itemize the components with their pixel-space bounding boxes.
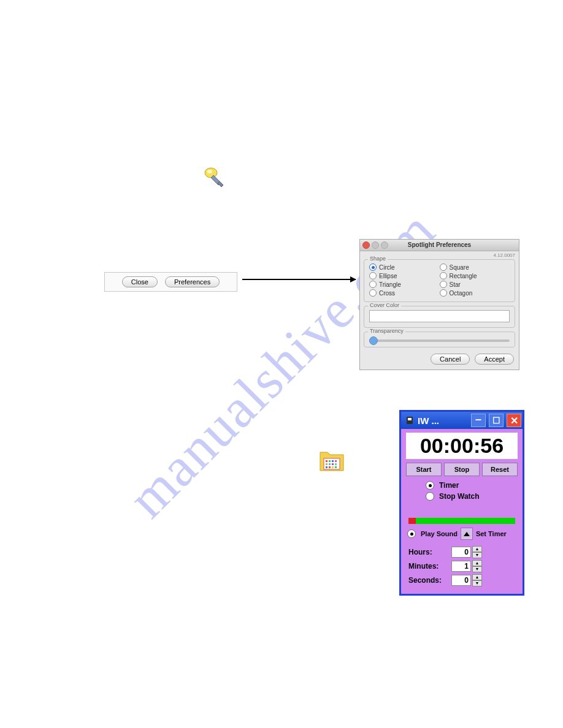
slider-thumb[interactable] (369, 336, 378, 345)
set-timer-expand-button[interactable] (461, 528, 473, 540)
start-button[interactable]: Start (406, 463, 442, 476)
app-icon (405, 415, 415, 425)
svg-rect-9 (332, 463, 334, 465)
shape-label: Octagon (450, 290, 473, 297)
folder-grid-icon (319, 449, 345, 473)
close-icon[interactable] (362, 241, 370, 249)
hours-up[interactable]: ▲ (472, 546, 482, 552)
close-button[interactable] (507, 414, 521, 427)
svg-rect-6 (335, 460, 337, 462)
shape-fieldset: Shape Circle Ellipse Triangle Cross Squa… (364, 259, 515, 302)
hours-down[interactable]: ▼ (472, 552, 482, 558)
svg-rect-7 (326, 463, 327, 465)
svg-rect-8 (329, 463, 331, 465)
minutes-value[interactable]: 1 (451, 561, 471, 572)
stopwatch-mode-radio[interactable]: Stop Watch (426, 492, 523, 501)
shape-circle-radio[interactable]: Circle (369, 264, 440, 271)
minutes-label: Minutes: (408, 562, 451, 571)
shape-label: Square (450, 264, 469, 271)
time-display: 00:00:56 (406, 433, 518, 459)
seconds-down[interactable]: ▼ (472, 580, 482, 586)
arrow-connector (242, 279, 356, 280)
shape-ellipse-radio[interactable]: Ellipse (369, 272, 440, 279)
timer-mode-radio[interactable]: Timer (426, 481, 523, 490)
svg-rect-3 (326, 460, 327, 462)
window-titlebar[interactable]: Spotlight Preferences (360, 240, 519, 251)
svg-point-1 (207, 170, 212, 173)
preferences-button[interactable]: Preferences (165, 276, 220, 287)
minimize-icon[interactable] (372, 241, 379, 249)
shape-star-radio[interactable]: Star (440, 281, 510, 288)
shape-rectangle-radio[interactable]: Rectangle (440, 272, 510, 279)
progress-marker (408, 518, 416, 524)
shape-octagon-radio[interactable]: Octagon (440, 289, 510, 297)
play-sound-radio[interactable]: Play Sound (407, 529, 458, 538)
reset-button[interactable]: Reset (482, 463, 518, 476)
shape-label: Ellipse (379, 273, 397, 279)
radio-label: Timer (439, 481, 459, 490)
set-timer-label: Set Timer (476, 530, 507, 537)
hours-value[interactable]: 0 (451, 547, 471, 558)
svg-rect-11 (326, 466, 327, 468)
svg-rect-10 (335, 463, 337, 465)
minutes-up[interactable]: ▲ (472, 560, 482, 566)
timer-titlebar[interactable]: IW ... (401, 412, 523, 429)
shape-label: Circle (379, 264, 395, 271)
minimize-button[interactable] (471, 414, 486, 427)
progress-bar (408, 518, 515, 524)
hours-label: Hours: (408, 548, 451, 556)
radio-label: Play Sound (421, 530, 458, 537)
timer-window: IW ... 00:00:56 Start Stop Reset Timer S… (399, 410, 524, 596)
shape-square-radio[interactable]: Square (440, 264, 510, 271)
cover-color-legend: Cover Color (368, 302, 401, 308)
maximize-button[interactable] (489, 414, 504, 427)
minutes-down[interactable]: ▼ (472, 566, 482, 572)
shape-label: Rectangle (450, 273, 477, 279)
svg-rect-14 (335, 466, 337, 468)
shape-cross-radio[interactable]: Cross (369, 289, 440, 297)
svg-rect-16 (408, 418, 412, 420)
spotlight-preferences-window: Spotlight Preferences 4.12.0007 Shape Ci… (359, 239, 519, 370)
accept-button[interactable]: Accept (475, 354, 514, 365)
shape-label: Star (450, 281, 461, 288)
close-button[interactable]: Close (122, 276, 158, 287)
cover-color-swatch[interactable] (369, 310, 510, 322)
shape-label: Triangle (379, 281, 401, 288)
window-title: Spotlight Preferences (408, 241, 471, 248)
svg-rect-4 (329, 460, 331, 462)
shape-label: Cross (379, 290, 395, 297)
svg-rect-13 (332, 466, 334, 468)
stop-button[interactable]: Stop (444, 463, 480, 476)
zoom-icon[interactable] (381, 241, 388, 249)
svg-rect-5 (332, 460, 334, 462)
seconds-label: Seconds: (408, 576, 451, 585)
flashlight-icon (202, 165, 227, 190)
traffic-lights (362, 241, 388, 249)
cover-color-fieldset: Cover Color (364, 306, 515, 328)
toolbar: Close Preferences (104, 272, 237, 292)
transparency-legend: Transparency (368, 328, 405, 334)
timer-title: IW ... (418, 415, 468, 426)
seconds-up[interactable]: ▲ (472, 574, 482, 580)
transparency-slider[interactable] (369, 339, 510, 342)
cancel-button[interactable]: Cancel (431, 354, 470, 365)
shape-triangle-radio[interactable]: Triangle (369, 281, 440, 288)
svg-rect-12 (329, 466, 331, 468)
radio-label: Stop Watch (439, 492, 480, 501)
seconds-value[interactable]: 0 (451, 575, 471, 586)
transparency-fieldset: Transparency (364, 332, 515, 347)
shape-legend: Shape (368, 256, 388, 262)
